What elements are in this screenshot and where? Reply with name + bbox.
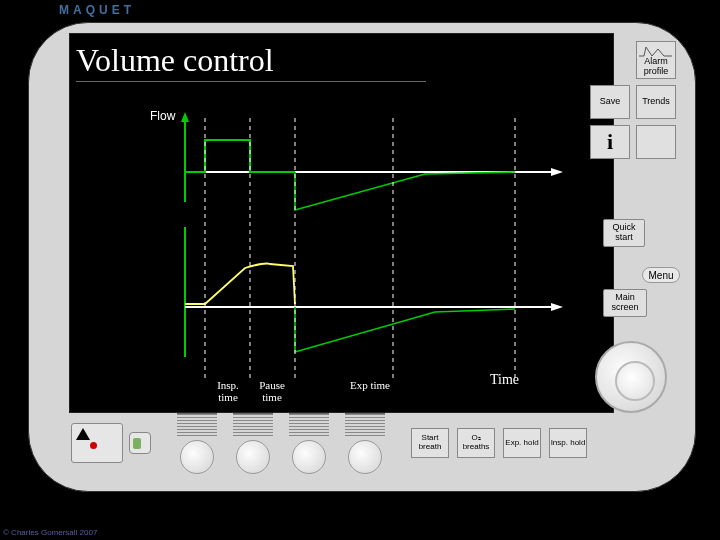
device-frame: MAQUET Volume control Flow bbox=[28, 22, 696, 492]
knob-scale-icon bbox=[177, 413, 217, 437]
quick-start-button[interactable]: Quick start bbox=[603, 219, 645, 247]
svg-marker-6 bbox=[551, 303, 563, 311]
o2-breaths-button[interactable]: O₂ breaths bbox=[457, 428, 495, 458]
alarm-waveform-icon bbox=[638, 44, 674, 58]
power-switch[interactable] bbox=[129, 432, 151, 454]
param-knob-3[interactable] bbox=[292, 440, 326, 474]
rotary-dial[interactable] bbox=[595, 341, 667, 413]
param-knob-2[interactable] bbox=[236, 440, 270, 474]
menu-button[interactable]: Menu bbox=[642, 267, 680, 283]
bottom-control-strip: Start breath O₂ breaths Exp. hold Insp. … bbox=[71, 413, 611, 473]
power-indicator bbox=[71, 423, 123, 463]
param-knob-4[interactable] bbox=[348, 440, 382, 474]
alarm-profile-button[interactable]: Alarm profile bbox=[636, 41, 676, 79]
svg-marker-1 bbox=[181, 112, 189, 122]
knob-scale-icon bbox=[345, 413, 385, 437]
brand-logo: MAQUET bbox=[59, 3, 135, 17]
time-axis-label: Time bbox=[490, 372, 519, 388]
alarm-profile-label: Alarm profile bbox=[637, 57, 675, 77]
param-knob-1[interactable] bbox=[180, 440, 214, 474]
screen: Volume control Flow bbox=[69, 33, 614, 413]
exp-time-label: Exp time bbox=[340, 379, 400, 391]
waveform-chart bbox=[175, 112, 570, 387]
knob-scale-icon bbox=[289, 413, 329, 437]
flow-axis-label: Flow bbox=[150, 109, 175, 123]
knob-scale-icon bbox=[233, 413, 273, 437]
page-title: Volume control bbox=[76, 42, 426, 82]
power-led-icon bbox=[90, 442, 97, 449]
main-screen-button[interactable]: Main screen bbox=[603, 289, 647, 317]
insp-time-label: Insp. time bbox=[208, 379, 248, 403]
save-button[interactable]: Save bbox=[590, 85, 630, 119]
start-breath-button[interactable]: Start breath bbox=[411, 428, 449, 458]
pause-time-label: Pause time bbox=[252, 379, 292, 403]
exp-hold-button[interactable]: Exp. hold bbox=[503, 428, 541, 458]
copyright-text: © Charles Gomersall 2007 bbox=[3, 528, 97, 537]
info-button[interactable]: i bbox=[590, 125, 630, 159]
svg-marker-3 bbox=[551, 168, 563, 176]
insp-hold-button[interactable]: Insp. hold bbox=[549, 428, 587, 458]
trends-button[interactable]: Trends bbox=[636, 85, 676, 119]
blank-button[interactable] bbox=[636, 125, 676, 159]
